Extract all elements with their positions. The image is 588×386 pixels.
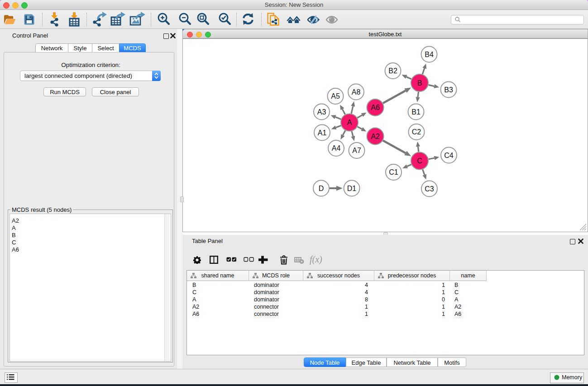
svg-text:C4: C4 [444,152,454,159]
svg-text:C: C [417,157,422,165]
svg-text:B1: B1 [411,108,421,116]
svg-text:C1: C1 [389,168,398,176]
svg-text:A: A [347,119,352,126]
svg-text:A7: A7 [352,147,361,154]
svg-text:D1: D1 [347,185,357,192]
svg-text:A3: A3 [317,108,326,116]
svg-text:A6: A6 [371,104,380,111]
svg-text:B3: B3 [444,86,453,94]
svg-text:B4: B4 [425,51,434,58]
svg-text:A4: A4 [332,144,341,152]
svg-text:D: D [319,185,324,192]
svg-text:A5: A5 [331,92,340,100]
svg-text:C2: C2 [412,128,421,136]
svg-text:B: B [417,79,422,87]
svg-text:C3: C3 [425,185,434,193]
svg-text:B2: B2 [388,67,397,75]
svg-text:A8: A8 [352,88,361,96]
svg-text:A2: A2 [371,133,380,140]
svg-text:A1: A1 [318,129,327,137]
